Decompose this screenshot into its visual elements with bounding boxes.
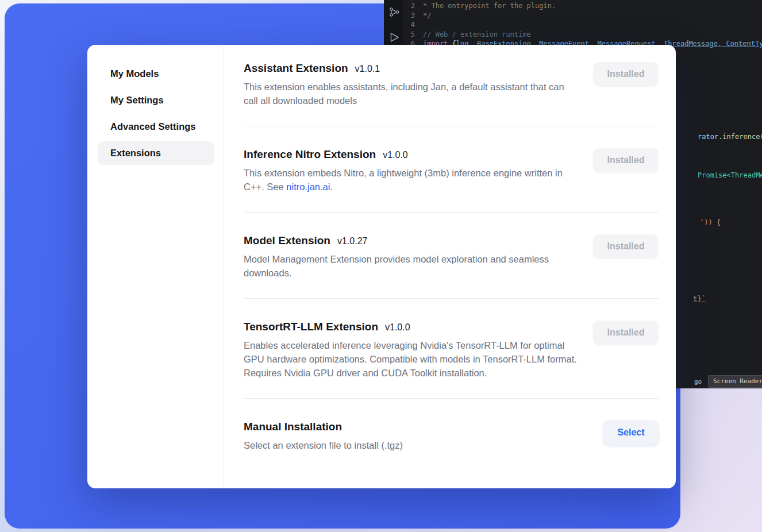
divider (244, 212, 659, 213)
code-fragment: rator.inference(data)); (698, 132, 762, 141)
extension-version: v1.0.0 (383, 150, 408, 160)
select-file-button[interactable]: Select (603, 421, 659, 445)
code-line: 5// Web / extension runtime (403, 30, 531, 39)
code-text: (data)); (760, 133, 762, 141)
extension-description: Model Management Extension provides mode… (244, 252, 580, 280)
graph-icon[interactable] (388, 6, 401, 18)
extension-description: This extension embeds Nitro, a lightweig… (244, 166, 580, 194)
code-text: * The entrypoint for the plugin. (423, 2, 556, 10)
extension-name: Model Extension (244, 234, 330, 247)
sidebar-item-my-settings[interactable]: My Settings (98, 88, 214, 112)
installed-button[interactable]: Installed (593, 148, 659, 172)
sidebar-item-my-models[interactable]: My Models (98, 62, 214, 86)
extension-entry-nitro: Inference Nitro Extension v1.0.0 This ex… (244, 148, 659, 213)
extensions-list: Assistant Extension v1.0.1 This extensio… (224, 45, 676, 488)
line-number: 4 (403, 20, 423, 29)
extension-name: Inference Nitro Extension (244, 148, 376, 161)
code-line: 3*/ (403, 11, 431, 20)
nitro-jan-ai-link[interactable]: nitro.jan.ai. (286, 182, 333, 192)
code-text: rator (698, 133, 718, 141)
extension-title: Assistant Extension v1.0.1 (244, 62, 580, 75)
extension-title: Model Extension v1.0.27 (244, 234, 580, 247)
sidebar-item-advanced-settings[interactable]: Advanced Settings (98, 115, 214, 138)
extension-title: TensortRT-LLM Extension v1.0.0 (244, 321, 580, 333)
extension-entry-assistant: Assistant Extension v1.0.1 This extensio… (244, 62, 659, 126)
extension-title: Inference Nitro Extension v1.0.0 (244, 148, 580, 161)
code-fragment: t}` (693, 294, 706, 303)
line-number: 3 (403, 11, 423, 20)
extension-name: TensortRT-LLM Extension (244, 321, 378, 333)
extension-description: Select an extension file to install (.tg… (244, 438, 403, 452)
divider (244, 126, 659, 126)
extension-description: Enables accelerated inference leveraging… (244, 338, 580, 380)
code-fragment: ')) { (700, 218, 721, 227)
extension-entry-model: Model Extension v1.0.27 Model Management… (244, 234, 659, 299)
code-fragment: Promise<ThreadMessage> (698, 171, 762, 180)
code-text: .inference (718, 133, 760, 141)
extension-version: v1.0.27 (337, 236, 367, 246)
settings-sidebar: My Models My Settings Advanced Settings … (87, 45, 224, 488)
sidebar-item-extensions[interactable]: Extensions (98, 141, 214, 165)
installed-button[interactable]: Installed (593, 321, 659, 345)
line-number: 5 (403, 30, 423, 39)
extension-title: Manual Installation (244, 421, 403, 433)
screen-reader-badge[interactable]: Screen Reader Optimize (708, 375, 762, 388)
code-line: 4 (403, 20, 423, 29)
divider (244, 298, 659, 299)
divider (244, 398, 659, 399)
statusbar-text: go (694, 377, 702, 387)
installed-button[interactable]: Installed (593, 234, 659, 259)
settings-panel: My Models My Settings Advanced Settings … (87, 45, 676, 488)
extension-version: v1.0.1 (355, 64, 380, 74)
desktop: 2* The entrypoint for the plugin. 3*/ 4 … (0, 0, 762, 532)
line-number: 2 (403, 1, 423, 10)
code-line: 2* The entrypoint for the plugin. (403, 1, 556, 10)
extension-name: Manual Installation (244, 421, 342, 433)
code-text: // Web / extension runtime (423, 30, 531, 38)
installed-button[interactable]: Installed (593, 62, 659, 86)
extension-entry-tensorrt: TensortRT-LLM Extension v1.0.0 Enables a… (244, 321, 659, 399)
extension-version: v1.0.0 (385, 322, 410, 333)
extension-name: Assistant Extension (244, 62, 348, 75)
extension-description: This extension enables assistants, inclu… (244, 80, 580, 107)
run-triangle-icon[interactable] (388, 31, 401, 44)
code-text: */ (423, 11, 431, 20)
extension-entry-manual-installation: Manual Installation Select an extension … (244, 421, 659, 452)
